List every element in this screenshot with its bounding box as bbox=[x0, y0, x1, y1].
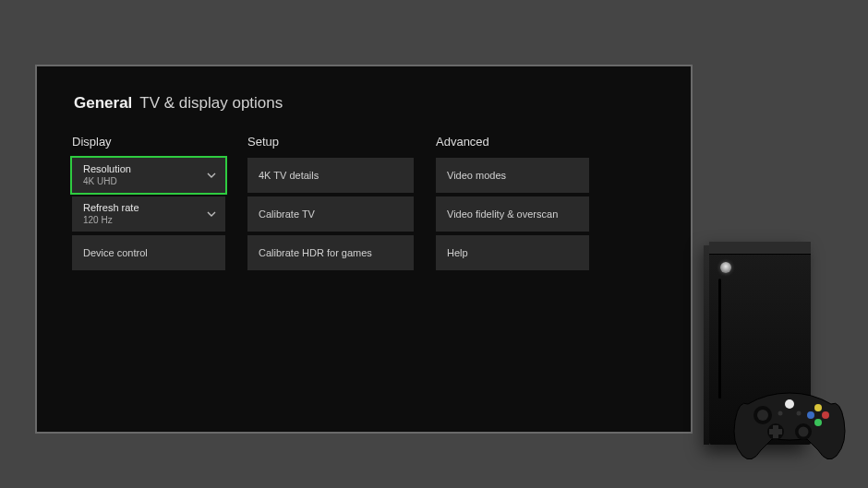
tv-details-tile[interactable]: 4K TV details bbox=[247, 158, 414, 193]
svg-point-10 bbox=[814, 419, 822, 426]
refresh-label: Refresh rate bbox=[83, 202, 139, 214]
svg-point-11 bbox=[785, 399, 794, 409]
svg-point-6 bbox=[799, 427, 809, 437]
column-display: Display Resolution 4K UHD Refresh rate 1… bbox=[72, 135, 225, 274]
svg-point-9 bbox=[807, 411, 814, 419]
calibrate-hdr-tile[interactable]: Calibrate HDR for games bbox=[247, 235, 414, 270]
page-header: General TV & display options bbox=[37, 66, 691, 113]
column-advanced-title: Advanced bbox=[436, 135, 589, 149]
calibrate-tv-tile[interactable]: Calibrate TV bbox=[247, 196, 414, 232]
svg-point-12 bbox=[778, 411, 783, 416]
header-category: General bbox=[74, 94, 132, 113]
video-fidelity-tile[interactable]: Video fidelity & overscan bbox=[436, 196, 589, 232]
svg-point-7 bbox=[814, 404, 822, 411]
column-advanced: Advanced Video modes Video fidelity & ov… bbox=[436, 135, 589, 274]
xbox-logo-icon bbox=[720, 262, 731, 273]
xbox-controller-image bbox=[729, 386, 850, 465]
calibrate-tv-label: Calibrate TV bbox=[259, 208, 315, 220]
column-setup: Setup 4K TV details Calibrate TV Calibra… bbox=[247, 135, 414, 274]
device-control-label: Device control bbox=[83, 247, 148, 258]
device-control-tile[interactable]: Device control bbox=[72, 235, 225, 270]
help-label: Help bbox=[447, 247, 468, 258]
column-setup-title: Setup bbox=[247, 135, 414, 149]
svg-point-13 bbox=[797, 411, 802, 416]
video-modes-label: Video modes bbox=[447, 170, 506, 181]
calibrate-hdr-label: Calibrate HDR for games bbox=[259, 247, 372, 258]
refresh-value: 120 Hz bbox=[83, 215, 113, 226]
tv-details-label: 4K TV details bbox=[259, 170, 319, 181]
resolution-tile[interactable]: Resolution 4K UHD bbox=[72, 158, 225, 193]
header-title: TV & display options bbox=[139, 94, 283, 113]
column-display-title: Display bbox=[72, 135, 225, 149]
video-fidelity-label: Video fidelity & overscan bbox=[447, 208, 558, 220]
chevron-down-icon bbox=[207, 171, 216, 180]
svg-point-8 bbox=[822, 411, 829, 419]
console-top-vent bbox=[709, 242, 811, 255]
help-tile[interactable]: Help bbox=[436, 235, 589, 270]
resolution-value: 4K UHD bbox=[83, 176, 117, 187]
resolution-label: Resolution bbox=[83, 163, 131, 175]
settings-screen: General TV & display options Display Res… bbox=[35, 65, 693, 434]
video-modes-tile[interactable]: Video modes bbox=[436, 158, 589, 193]
settings-columns: Display Resolution 4K UHD Refresh rate 1… bbox=[37, 113, 691, 274]
refresh-rate-tile[interactable]: Refresh rate 120 Hz bbox=[72, 196, 225, 232]
console-side-panel bbox=[704, 245, 709, 445]
svg-rect-4 bbox=[769, 429, 782, 434]
svg-point-1 bbox=[757, 410, 768, 421]
chevron-down-icon bbox=[207, 209, 216, 219]
console-disc-slot bbox=[718, 279, 721, 399]
